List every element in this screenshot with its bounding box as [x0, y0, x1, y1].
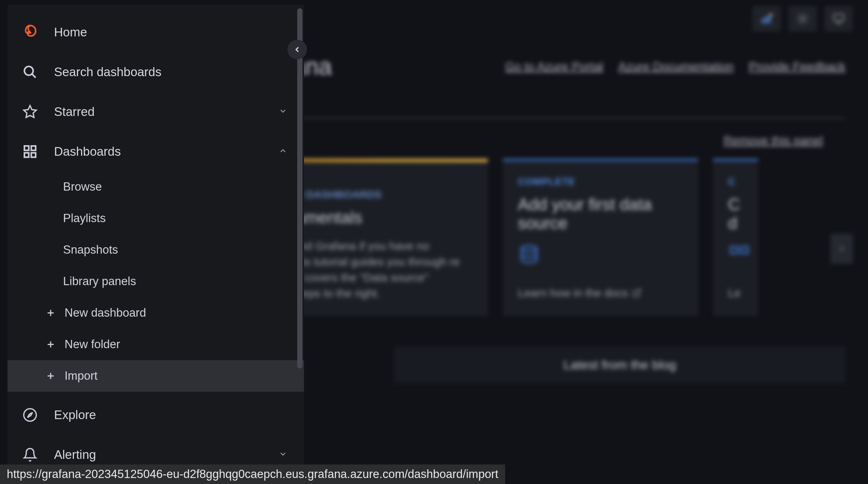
cards-scroll-right[interactable] [830, 234, 853, 264]
sidebar-item-search[interactable]: Search dashboards [8, 56, 304, 89]
subnav-label: Playlists [63, 212, 106, 225]
card-eyebrow: C [728, 176, 743, 188]
sidebar-item-dashboards[interactable]: Dashboards [8, 135, 304, 168]
search-icon [23, 65, 38, 80]
blog-title: Latest from the blog [409, 358, 830, 372]
subnav-browse[interactable]: Browse [8, 171, 304, 203]
subnav-playlists[interactable]: Playlists [8, 203, 304, 234]
chevron-up-icon [278, 146, 289, 157]
dashboard-icon [728, 244, 743, 268]
sidebar-label: Home [54, 25, 289, 39]
monitor-button[interactable] [824, 6, 853, 32]
subnav-label: Library panels [63, 275, 136, 288]
compass-icon [23, 407, 38, 422]
grafana-logo-icon [23, 25, 38, 40]
svg-rect-11 [24, 146, 29, 150]
svg-rect-14 [31, 153, 36, 157]
sidebar-item-explore[interactable]: Explore [8, 398, 304, 431]
panel-add-button[interactable] [752, 6, 781, 32]
svg-point-8 [24, 66, 33, 75]
status-bar-url: https://grafana-202345125046-eu-d2f8gghq… [0, 464, 505, 484]
card-eyebrow: COMPLETE [518, 176, 683, 188]
sidebar-label: Alerting [54, 448, 262, 462]
subnav-import[interactable]: Import [8, 360, 304, 392]
card-title: C [728, 195, 743, 214]
star-icon [23, 104, 38, 119]
sidebar-item-starred[interactable]: Starred [8, 95, 304, 128]
sidebar-label: Dashboards [54, 144, 262, 159]
svg-rect-6 [731, 247, 738, 254]
svg-rect-13 [24, 153, 29, 157]
svg-marker-10 [24, 105, 36, 117]
plus-icon [45, 339, 56, 350]
database-icon [518, 244, 683, 268]
sidebar-label: Search dashboards [54, 65, 289, 79]
svg-point-21 [24, 409, 36, 421]
link-azure-docs[interactable]: Azure Documentation [618, 60, 734, 74]
sidebar-label: Explore [54, 408, 289, 422]
subnav-label: Browse [63, 180, 102, 194]
svg-rect-1 [765, 17, 767, 23]
blog-panel: Latest from the blog [394, 346, 845, 383]
svg-rect-7 [741, 247, 748, 254]
settings-button[interactable] [788, 6, 817, 32]
card-link[interactable]: Learn how in the docs [518, 287, 683, 299]
chevron-down-icon [278, 107, 289, 117]
svg-rect-12 [31, 146, 36, 150]
sidebar-collapse-button[interactable] [287, 40, 307, 59]
link-azure-portal[interactable]: Go to Azure Portal [505, 60, 603, 74]
subnav-label: New folder [65, 338, 120, 351]
svg-rect-0 [762, 19, 764, 23]
card-link[interactable]: Le [728, 287, 743, 299]
card-data-source[interactable]: COMPLETE Add your first data source Lear… [503, 159, 698, 316]
dashboards-subnav: Browse Playlists Snapshots Library panel… [8, 171, 304, 392]
subnav-label: Import [65, 369, 98, 383]
subnav-label: Snapshots [63, 243, 118, 257]
svg-rect-2 [769, 14, 771, 23]
subnav-label: New dashboard [65, 306, 146, 320]
subnav-new-dashboard[interactable]: New dashboard [8, 297, 304, 329]
bell-icon [23, 447, 38, 462]
card-dashboard-partial[interactable]: C C d Le [713, 159, 758, 316]
plus-icon [45, 307, 56, 319]
sidebar-nav: Home Search dashboards Starred Dashboard… [8, 5, 304, 479]
sidebar-label: Starred [54, 105, 262, 119]
subnav-library-panels[interactable]: Library panels [8, 266, 304, 297]
sidebar-scrollbar[interactable] [297, 8, 302, 368]
svg-marker-22 [27, 412, 32, 417]
remove-panel-link[interactable]: Remove this panel [724, 134, 823, 147]
card-title: Add your first data source [518, 195, 683, 233]
svg-point-3 [801, 17, 805, 21]
sidebar-item-home[interactable]: Home [8, 16, 304, 49]
plus-icon [45, 370, 56, 382]
svg-line-9 [32, 74, 36, 78]
subnav-snapshots[interactable]: Snapshots [8, 234, 304, 266]
svg-rect-4 [834, 14, 844, 21]
chevron-down-icon [278, 449, 289, 460]
dashboards-icon [23, 144, 38, 159]
page-header: d Grafana Go to Azure Portal Azure Docum… [225, 53, 845, 103]
svg-point-5 [522, 246, 537, 251]
subnav-new-folder[interactable]: New folder [8, 329, 304, 360]
card-title: d [728, 214, 743, 233]
link-feedback[interactable]: Provide Feedback [749, 60, 845, 74]
